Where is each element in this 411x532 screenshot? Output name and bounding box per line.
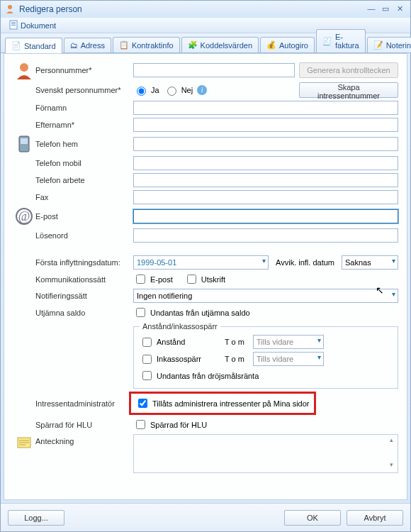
content-panel: Personnummer* Generera kontrolltecken Sv… [4,53,407,500]
generera-button: Generera kontrolltecken [299,62,398,78]
tab-efaktura[interactable]: 🧾 E-faktura [316,29,366,52]
label-tom-1: T o m [225,338,253,346]
check-utskrift[interactable] [187,275,196,284]
label-losenord: Lösenord [35,231,133,240]
check-inkasso-wrap[interactable]: Inkassospärr [140,353,225,366]
tab-standard-label: Standard [24,42,56,50]
radio-nej-label: Nej [181,86,193,94]
label-telefon-hem: Telefon hem [35,140,133,148]
label-svenskt-pn: Svenskt personnummer* [35,86,133,94]
radio-nej-wrap[interactable]: Nej [164,84,193,96]
label-fax: Fax [35,193,133,201]
tab-autogiro[interactable]: 💰 Autogiro [260,37,315,52]
svg-point-5 [20,63,28,72]
anstand-tom-combo[interactable] [253,335,324,349]
check-undantas-utjamna-label: Undantas från utjämna saldo [150,309,250,317]
phone-icon [13,135,35,153]
tab-noteringar-label: Noteringar [386,41,411,50]
label-efternamn: Efternamn* [35,121,133,129]
logg-button[interactable]: Logg... [8,510,64,526]
check-sparrad-hlu-wrap[interactable]: Spärrad för HLU [133,418,207,431]
telefon-hem-input[interactable] [133,137,398,151]
group-anstand-legend: Anstånd/inkassospärr [140,322,220,331]
person-big-icon [13,61,35,79]
radio-ja[interactable] [137,87,146,96]
mouse-cursor: ↖ [376,284,384,296]
label-forsta-inflytt: Första inflyttningsdatum: [35,258,133,267]
check-anstand-wrap[interactable]: Anstånd [140,336,225,349]
inkasso-tom-combo[interactable] [253,352,324,366]
check-epost[interactable] [136,275,145,284]
email-icon: @ [13,207,35,226]
fax-input[interactable] [133,190,398,204]
menu-dokument[interactable]: Dokument [6,18,59,33]
label-sparrad-hlu: Spärrad för HLU [35,421,133,429]
adress-icon: 🗂 [70,41,78,50]
check-undantas-utjamna[interactable] [136,308,145,317]
check-drojsmal[interactable] [142,371,152,380]
efaktura-icon: 🧾 [322,37,332,46]
check-anstand[interactable] [142,338,152,347]
check-drojsmal-label: Undantas från dröjsmålsränta [157,372,259,380]
check-anstand-label: Anstånd [157,338,185,346]
label-anteckning: Anteckning [35,434,133,445]
tab-kontraktinfo-label: Kontraktinfo [132,41,174,50]
telefon-mobil-input[interactable] [133,156,398,170]
radio-ja-wrap[interactable]: Ja [133,84,159,96]
notifiering-combo[interactable] [133,289,398,303]
noteringar-icon: 📝 [373,40,383,50]
label-epost: E-post [35,212,133,221]
scroll-up-icon[interactable]: ▴ [386,436,396,446]
check-drojsmal-wrap[interactable]: Undantas från dröjsmålsränta [140,369,259,382]
scroll-down-icon[interactable]: ▾ [386,461,396,471]
label-telefon-mobil: Telefon mobil [35,159,133,167]
label-notifiering: Notifieringssätt [35,292,133,300]
ok-button[interactable]: OK [284,510,341,526]
telefon-arbete-input[interactable] [133,173,398,187]
forsta-inflytt-combo[interactable] [133,255,269,270]
radio-nej[interactable] [167,87,176,96]
tab-noteringar[interactable]: 📝 Noteringar [367,37,411,52]
tab-adress[interactable]: 🗂 Adress [64,38,111,52]
check-utskrift-label: Utskrift [201,275,225,284]
svg-rect-7 [21,138,28,144]
radio-ja-label: Ja [151,86,159,94]
check-inkasso[interactable] [142,355,152,364]
standard-icon: 📄 [11,41,21,50]
skapa-intressent-button[interactable]: Skapa intressentnummer [299,82,398,98]
svg-text:@: @ [18,209,30,223]
epost-input[interactable] [133,209,398,223]
kontrakt-icon: 📋 [119,40,129,50]
check-sparrad-hlu-label: Spärrad för HLU [150,421,207,429]
anteckning-textarea[interactable]: ▴ ▾ [133,434,398,473]
maximize-button[interactable]: ▭ [379,4,392,14]
check-sparrad-hlu[interactable] [136,420,145,429]
document-icon [9,20,18,31]
info-icon[interactable]: i [197,85,207,95]
efternamn-input[interactable] [133,118,398,132]
check-tillats-admin-wrap[interactable]: Tillåts administrera intressenter på Min… [135,397,310,410]
autogiro-icon: 💰 [266,40,276,50]
tabbar: 📄 Standard 🗂 Adress 📋 Kontraktinfo 🧩 Kod… [1,33,410,53]
avbryt-button[interactable]: Avbryt [347,510,403,526]
tab-standard[interactable]: 📄 Standard [5,38,62,53]
personnummer-input[interactable] [133,63,295,77]
check-epost-label: E-post [150,275,173,284]
losenord-input[interactable] [133,228,398,243]
check-undantas-utjamna-wrap[interactable]: Undantas från utjämna saldo [133,306,250,319]
close-button[interactable]: ✕ [393,4,406,14]
check-epost-wrap[interactable]: E-post [133,272,173,286]
fornamn-input[interactable] [133,101,398,115]
label-avvik-infl: Avvik. infl. datum [276,258,334,267]
minimize-button[interactable]: — [365,4,378,14]
label-fornamn: Förnamn [35,104,133,112]
check-tillats-admin[interactable] [138,399,147,408]
koddel-icon: 🧩 [188,40,198,50]
avvik-infl-combo[interactable] [342,255,398,270]
tab-adress-label: Adress [81,41,105,50]
titlebar: Redigera person — ▭ ✕ [1,1,410,18]
tab-koddelsvarden[interactable]: 🧩 Koddelsvärden [181,37,259,52]
tab-kontraktinfo[interactable]: 📋 Kontraktinfo [113,37,180,52]
label-intressentadmin: Intressentadministratör [35,399,133,408]
check-utskrift-wrap[interactable]: Utskrift [184,272,225,286]
